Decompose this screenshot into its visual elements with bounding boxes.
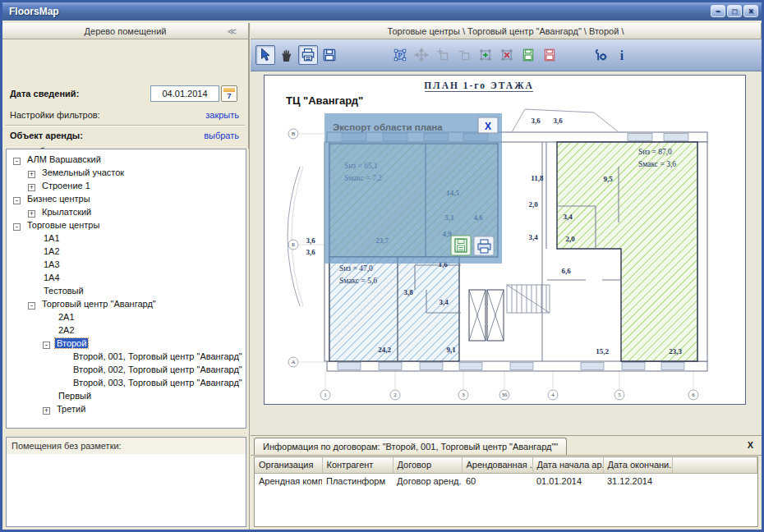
dimension-label: 3,6: [553, 117, 563, 125]
app-window: FloorsMap −□× Дерево помещений ≪ Торговы…: [0, 0, 764, 532]
printer-button[interactable]: [298, 45, 318, 65]
tree-item[interactable]: +Строение 1: [7, 179, 246, 192]
tree-item[interactable]: 1А3: [7, 258, 246, 271]
export-overlay: Экспорт области плана X: [324, 113, 502, 264]
rooms-tree[interactable]: -АЛМ Варшавский+Земельный участок+Строен…: [6, 149, 246, 429]
collapse-panel-button[interactable]: ≪: [227, 23, 237, 39]
add-region-button[interactable]: [476, 45, 495, 65]
tree-item[interactable]: -Торговые центры: [7, 218, 246, 232]
room-area-label: Sмакс = 3,6: [638, 160, 676, 168]
column-header[interactable]: Дата начала ар...: [532, 457, 603, 473]
svg-text:i: i: [620, 48, 624, 62]
tree-item[interactable]: 1А2: [7, 245, 246, 258]
tree-item[interactable]: +Крылатский: [7, 205, 246, 218]
zoom-plus-button[interactable]: [433, 45, 453, 65]
axis-label: 6: [692, 392, 695, 398]
minimize-button[interactable]: −: [711, 5, 725, 17]
tree-item[interactable]: -Бизнес центры: [7, 192, 246, 205]
room-area-label: Sмакс = 5,6: [339, 277, 377, 285]
dimension-label: 9,1: [446, 346, 456, 354]
tree-item[interactable]: Второй, 003, Торговый центр "Авангард": [7, 376, 246, 389]
tree-item[interactable]: Второй, 002, Торговый центр "Авангард": [7, 363, 246, 376]
tree-item[interactable]: 1А4: [7, 271, 246, 284]
dimension-label: 3,6: [306, 236, 315, 245]
dimension-label: 2,0: [565, 235, 575, 243]
column-header[interactable]: Контрагент: [322, 457, 393, 473]
info-button[interactable]: i: [612, 45, 632, 65]
tree-item[interactable]: 1А1: [7, 232, 246, 245]
select-area-button[interactable]: P: [390, 45, 410, 65]
dimension-label: 3,4: [439, 298, 449, 306]
tree-item[interactable]: 2А1: [7, 310, 246, 323]
tree-item[interactable]: +Земельный участок: [7, 166, 246, 179]
tree-item[interactable]: -Второй: [7, 337, 246, 350]
calendar-icon[interactable]: 7: [221, 85, 237, 102]
date-label: Дата сведений:: [10, 89, 79, 99]
expand-icon[interactable]: +: [43, 407, 50, 415]
tree-item[interactable]: Первый: [7, 389, 246, 402]
export-print-button[interactable]: [474, 236, 494, 255]
plan-viewport[interactable]: ПЛАН 1-го ЭТАЖА ТЦ "Авангард": [251, 71, 762, 435]
main-toolbar: Pi: [251, 39, 762, 71]
column-header[interactable]: Организация: [255, 457, 322, 473]
dimension-label: 6,6: [561, 267, 571, 275]
dimension-label: 3,6: [531, 117, 541, 125]
collapse-icon[interactable]: -: [13, 223, 21, 231]
axis-label: 3б: [501, 392, 508, 398]
floor-plan[interactable]: ПЛАН 1-го ЭТАЖА ТЦ "Авангард": [264, 75, 746, 405]
title-bar[interactable]: FloorsMap −□×: [2, 2, 762, 21]
hand-button[interactable]: [277, 45, 297, 65]
unmarked-rooms-title: Помещения без разметки:: [7, 438, 246, 454]
room-blue-left[interactable]: [329, 257, 459, 361]
expand-icon[interactable]: +: [28, 171, 35, 178]
zoom-minus-button[interactable]: [454, 45, 474, 65]
cursor-button[interactable]: [255, 45, 275, 65]
collapse-icon[interactable]: -: [43, 342, 50, 349]
axis-label: А: [291, 359, 295, 365]
settings-button[interactable]: [591, 45, 610, 65]
restore-button[interactable]: □: [727, 5, 742, 17]
expand-icon[interactable]: +: [28, 184, 35, 191]
column-header[interactable]: Дата окончани...: [603, 457, 672, 473]
info-close-button[interactable]: X: [748, 440, 753, 450]
building-label: ТЦ "Авангард": [286, 94, 363, 107]
dimension-label: 2,0: [528, 200, 538, 209]
dimension-label: 11,8: [531, 174, 544, 182]
plan-title: ПЛАН 1-го ЭТАЖА: [424, 80, 534, 90]
tree-item[interactable]: Второй, 001, Торговый центр "Авангард": [7, 350, 246, 363]
axis-label: В: [292, 131, 296, 137]
left-panel-header: Дерево помещений ≪: [2, 23, 249, 39]
table-row[interactable]: Арендная компа...ПластинформДоговор арен…: [255, 473, 757, 488]
column-header[interactable]: Договор: [393, 457, 462, 473]
axis-label: 5: [618, 392, 621, 398]
save-doc-green-button[interactable]: [518, 45, 538, 65]
unmarked-rooms-panel: Помещения без разметки:: [6, 437, 246, 527]
delete-region-button[interactable]: [497, 45, 517, 65]
tree-item[interactable]: -АЛМ Варшавский: [7, 153, 246, 166]
column-header[interactable]: Арендованная ...: [462, 457, 532, 473]
tree-item[interactable]: Тестовый: [7, 284, 246, 297]
room-area-label: Sиз = 47,0: [339, 264, 373, 273]
close-button[interactable]: ×: [743, 5, 758, 17]
contracts-tab[interactable]: Информация по договорам: "Второй, 001, Т…: [254, 438, 567, 455]
save-doc-red-button[interactable]: [540, 45, 559, 65]
export-save-button[interactable]: [451, 236, 471, 255]
export-close-button[interactable]: X: [478, 117, 498, 133]
tree-item[interactable]: -Торговый центр "Авангард": [7, 297, 246, 310]
filters-close-link[interactable]: закрыть: [205, 110, 239, 120]
export-overlay-title: Экспорт области плана: [333, 122, 443, 132]
save-button[interactable]: [320, 45, 339, 65]
rent-object-label: Объект аренды:: [10, 131, 83, 140]
collapse-icon[interactable]: -: [13, 197, 21, 204]
contracts-info-panel: Информация по договорам: "Второй, 001, Т…: [251, 435, 762, 529]
collapse-icon[interactable]: -: [13, 158, 21, 165]
move-button[interactable]: [412, 45, 431, 65]
svg-text:P: P: [398, 51, 403, 59]
axis-label: 1: [324, 392, 327, 398]
date-input[interactable]: 04.01.2014: [150, 85, 219, 102]
collapse-icon[interactable]: -: [28, 302, 35, 310]
tree-item[interactable]: 2А2: [7, 323, 246, 337]
expand-icon[interactable]: +: [28, 210, 35, 218]
rent-select-link[interactable]: выбрать: [204, 131, 239, 140]
tree-item[interactable]: +Третий: [7, 402, 246, 415]
